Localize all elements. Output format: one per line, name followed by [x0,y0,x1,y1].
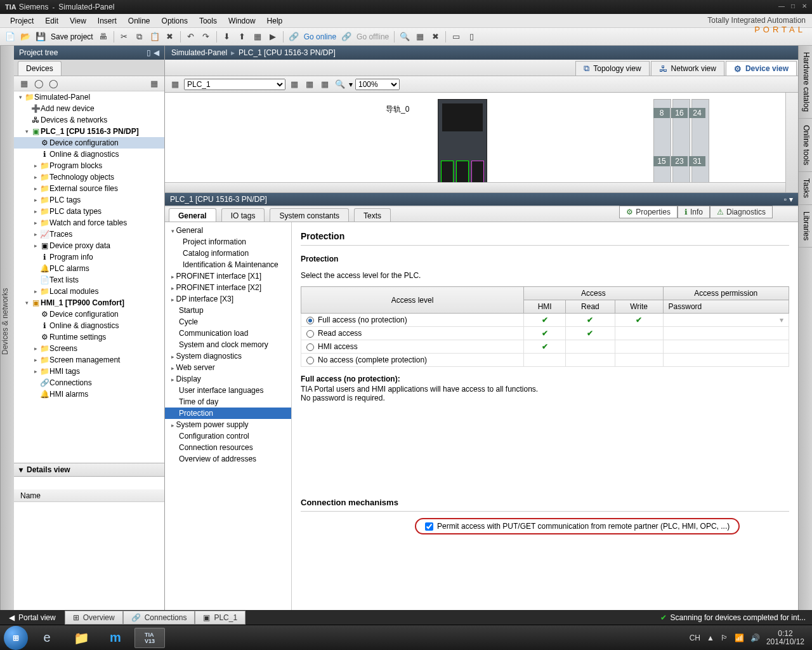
tree-plc-data-types[interactable]: ▸📁PLC data types [14,206,164,217]
details-view-header[interactable]: ▾Details view [14,463,164,477]
module-icon[interactable]: ▦ [288,78,301,91]
nav-dp-x3[interactable]: DP interface [X3] [165,293,291,305]
device-icon[interactable]: ▦ [169,78,181,91]
tree-technology-objects[interactable]: ▸📁Technology objects [14,171,164,183]
tree-hmi-device-config[interactable]: ⚙Device configuration [14,308,164,320]
layout-icon[interactable]: ▭ [450,30,462,43]
tree-external-sources[interactable]: ▸📁External source files [14,183,164,194]
redo-icon[interactable]: ↷ [200,30,213,43]
tab-devices[interactable]: Devices [18,61,62,76]
save-icon[interactable]: 💾 [34,30,47,43]
menu-online[interactable]: Online [123,15,155,27]
labels-icon[interactable]: ▦ [318,78,331,91]
system-tray[interactable]: CH ▲ 🏳 📶 🔊 0:12 2014/10/12 [690,630,808,646]
nav-addresses[interactable]: Overview of addresses [165,453,291,465]
device-selector[interactable]: PLC_1 [184,79,285,90]
upload-icon[interactable]: ⬆ [236,30,249,43]
cpu-module[interactable] [438,99,487,188]
save-label[interactable]: Save project [49,32,95,41]
nav-protection[interactable]: Protection [165,408,291,419]
pin-icon[interactable]: ▯ [147,48,151,57]
tree-device-configuration[interactable]: ⚙Device configuration [14,137,164,149]
search-icon[interactable]: 🔍 [398,30,411,43]
details-column-header[interactable]: Name [14,489,164,502]
rail-libraries[interactable]: Libraries [799,205,812,248]
start-button[interactable]: ⊞ [4,626,28,650]
close-button[interactable]: ✕ [799,3,809,11]
tab-info[interactable]: ℹInfo [678,206,710,218]
tab-texts[interactable]: Texts [354,208,391,222]
menu-tools[interactable]: Tools [194,15,222,27]
paste-icon[interactable]: 📋 [148,30,161,43]
close-panel-icon[interactable]: ▾ [789,195,793,204]
zoom-dropdown-icon[interactable]: ▾ [349,80,353,89]
portal-view-button[interactable]: ◀Portal view [0,610,65,625]
tree-watch-tables[interactable]: ▸📁Watch and force tables [14,217,164,229]
grid-icon[interactable]: ▦ [303,78,316,91]
copy-icon[interactable]: ⧉ [133,30,146,43]
minimize-button[interactable]: — [776,3,787,11]
tree-nav-fwd-icon[interactable]: ◯ [48,77,60,90]
tree-devices-networks[interactable]: 🖧Devices & networks [14,114,164,126]
breadcrumb-item[interactable]: Simulated-Panel [171,48,227,57]
menu-options[interactable]: Options [157,15,193,27]
access-row[interactable]: Read access✔✔ [301,327,789,340]
tree-nav-back-icon[interactable]: ◯ [32,77,45,90]
access-row[interactable]: HMI access✔ [301,340,789,354]
simulate-icon[interactable]: ▶ [266,30,279,43]
tree-device-proxy[interactable]: ▸▣Device proxy data [14,240,164,251]
print-icon[interactable]: 🖶 [97,30,110,43]
layout-icon[interactable]: ▯ [465,30,478,43]
menu-insert[interactable]: Insert [93,15,122,27]
nav-time-of-day[interactable]: Time of day [165,396,291,408]
delete-icon[interactable]: ✖ [164,30,176,43]
delete-icon[interactable]: ✖ [429,30,442,43]
nav-display[interactable]: Display [165,373,291,385]
tree-online-diagnostics[interactable]: ℹOnline & diagnostics [14,149,164,160]
nav-profinet-x1[interactable]: PROFINET interface [X1] [165,270,291,282]
volume-icon[interactable]: 🔊 [750,633,760,642]
go-offline-icon[interactable]: 🔗 [340,30,353,43]
tree-root[interactable]: ▾📁Simulated-Panel [14,91,164,103]
tree-program-info[interactable]: ℹProgram info [14,251,164,263]
new-project-icon[interactable]: 📄 [4,30,16,43]
left-vertical-rail[interactable]: Devices & networks [0,46,14,610]
taskbar-tia-icon[interactable]: TIAV13 [134,628,165,648]
nav-identification[interactable]: Identification & Maintenance [165,259,291,270]
access-row[interactable]: No access (complete protection) [301,354,789,367]
nav-web-server[interactable]: Web server [165,362,291,373]
nav-profinet-x2[interactable]: PROFINET interface [X2] [165,282,291,293]
nav-general[interactable]: General [165,225,291,236]
tab-general[interactable]: General [169,208,216,222]
tree-hmi-connections[interactable]: 🔗Connections [14,377,164,388]
tree-hmi-tags[interactable]: ▸📁HMI tags [14,366,164,377]
cut-icon[interactable]: ✂ [118,30,131,43]
access-row[interactable]: Full access (no protection)✔✔✔▾ [301,314,789,327]
collapse-icon[interactable]: ◀ [154,48,159,57]
nav-comm-load[interactable]: Communication load [165,328,291,339]
tree-text-lists[interactable]: 📄Text lists [14,274,164,286]
rail-tasks[interactable]: Tasks [799,172,812,205]
tree-plc-alarms[interactable]: 🔔PLC alarms [14,263,164,274]
radio-no-access[interactable] [306,357,314,364]
tab-io-tags[interactable]: IO tags [221,208,265,222]
nav-clock-memory[interactable]: System and clock memory [165,339,291,350]
cross-ref-icon[interactable]: ▦ [414,30,426,43]
tree-program-blocks[interactable]: ▸📁Program blocks [14,160,164,171]
nav-ui-languages[interactable]: User interface languages [165,385,291,396]
compile-icon[interactable]: ▦ [251,30,264,43]
tab-plc1[interactable]: ▣PLC_1 [195,611,246,625]
nav-sys-power[interactable]: System power supply [165,419,291,430]
nav-startup[interactable]: Startup [165,305,291,316]
ime-indicator[interactable]: CH [690,633,700,642]
taskbar-ie-icon[interactable]: e [32,628,62,648]
tree-hmi-screen-mgmt[interactable]: ▸📁Screen management [14,354,164,366]
tree-local-modules[interactable]: ▸📁Local modules [14,286,164,297]
maximize-button[interactable]: □ [788,3,798,11]
zoom-selector[interactable]: 100% [355,79,400,90]
expand-icon[interactable]: ▫ [784,195,787,204]
tree-plc-node[interactable]: ▾▣PLC_1 [CPU 1516-3 PN/DP] [14,126,164,137]
network-view-icon[interactable]: ▦ [18,77,30,90]
radio-full-access[interactable] [306,317,314,324]
tab-properties[interactable]: ⚙Properties [619,206,678,218]
